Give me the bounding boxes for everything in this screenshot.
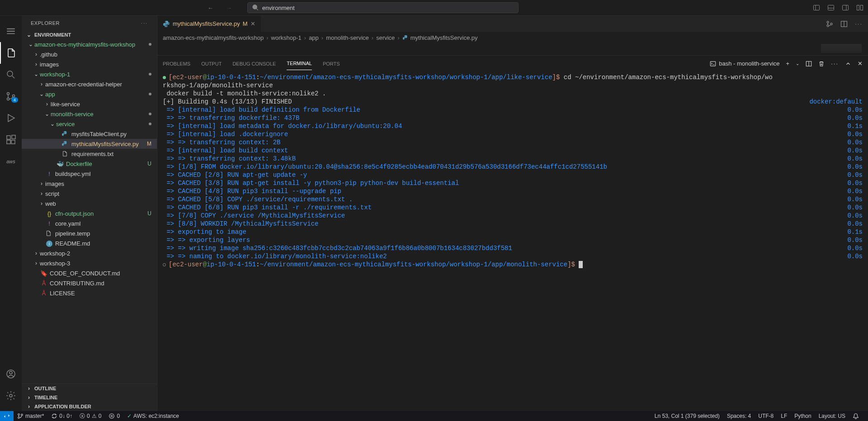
- minimap[interactable]: [821, 44, 862, 53]
- file-tree-folder[interactable]: ⌄app: [22, 89, 157, 99]
- status-indentation[interactable]: Spaces: 4: [723, 413, 755, 419]
- file-tree-file[interactable]: mysfitsTableClient.py: [22, 129, 157, 139]
- activity-accounts[interactable]: [0, 363, 22, 385]
- file-tree-folder[interactable]: ›amazon-ecr-credential-helper: [22, 79, 157, 89]
- section-application-builder[interactable]: ›APPLICATION BUILDER: [22, 402, 157, 411]
- section-timeline[interactable]: ›TIMELINE: [22, 393, 157, 402]
- panel-more-icon[interactable]: ···: [831, 60, 839, 67]
- terminal-content[interactable]: [ec2-user@ip-10-0-4-151:~/environment/am…: [157, 71, 868, 411]
- panel-tab-ports[interactable]: PORTS: [323, 57, 340, 70]
- tree-item-label: like-service: [51, 101, 157, 108]
- file-tree-folder[interactable]: ⌄monolith-service: [22, 109, 157, 119]
- activity-search[interactable]: [0, 64, 22, 85]
- status-eol[interactable]: LF: [777, 413, 791, 419]
- breadcrumb-item[interactable]: monolith-service: [326, 34, 369, 41]
- terminal-selector[interactable]: bash - monolith-service: [710, 60, 779, 67]
- status-branch[interactable]: master*: [14, 413, 47, 419]
- file-tree-file[interactable]: iREADME.md: [22, 238, 157, 248]
- status-layout[interactable]: Layout: US: [815, 413, 849, 419]
- breadcrumbs[interactable]: amazon-ecs-mythicalmysfits-workshop›work…: [157, 32, 868, 44]
- file-tree-file[interactable]: !buildspec.yml: [22, 169, 157, 179]
- status-language[interactable]: Python: [791, 413, 815, 419]
- git-status-badge: M: [147, 141, 151, 147]
- compare-changes-icon[interactable]: [826, 20, 833, 28]
- tab-mythicalmysfitsservice[interactable]: mythicalMysfitsService.py M ✕: [157, 16, 261, 32]
- layout-panel-bottom-icon[interactable]: [827, 4, 835, 11]
- activity-aws[interactable]: aws: [0, 151, 22, 172]
- status-aws[interactable]: ✓ AWS: ec2:instance: [123, 413, 183, 419]
- status-sync[interactable]: 0↓ 0↑: [47, 413, 76, 419]
- terminal-dropdown-icon[interactable]: ⌄: [796, 61, 799, 66]
- file-tree-file[interactable]: 🔖CODE_OF_CONDUCT.md: [22, 268, 157, 278]
- terminal-line: => CACHED [4/8] RUN pip3 install --upgra…: [163, 187, 863, 195]
- file-tree-folder[interactable]: ›web: [22, 199, 157, 208]
- activity-run-debug[interactable]: [0, 107, 22, 129]
- file-tree-file[interactable]: requirements.txt: [22, 149, 157, 159]
- chevron-down-icon: ⌄: [38, 91, 45, 97]
- activity-menu[interactable]: [0, 20, 22, 42]
- nav-back-button[interactable]: ←: [206, 3, 215, 13]
- file-tree-folder[interactable]: ⌄service: [22, 119, 157, 129]
- file-tree-file[interactable]: pipeline.temp: [22, 228, 157, 238]
- breadcrumb-item[interactable]: service: [376, 34, 395, 41]
- split-editor-icon[interactable]: [840, 20, 848, 28]
- terminal-line: => CACHED [5/8] COPY ./service/requireme…: [163, 195, 863, 203]
- nav-forward-button[interactable]: →: [224, 3, 234, 13]
- close-icon[interactable]: ✕: [250, 20, 255, 27]
- new-terminal-icon[interactable]: +: [786, 60, 790, 67]
- status-problems[interactable]: ⓧ0 ⚠0: [76, 412, 105, 420]
- terminal-line: => [1/8] FROM docker.io/library/ubuntu:2…: [163, 163, 863, 171]
- file-tree-file[interactable]: 🐳DockerfileU: [22, 159, 157, 169]
- activity-extensions[interactable]: [0, 129, 22, 151]
- svg-rect-17: [12, 135, 15, 139]
- sidebar-more-icon[interactable]: ···: [141, 20, 148, 26]
- customize-layout-icon[interactable]: [856, 4, 863, 11]
- file-tree-file[interactable]: !core.yaml: [22, 218, 157, 228]
- file-tree-file[interactable]: ÅCONTRIBUTING.md: [22, 278, 157, 288]
- status-cursor-position[interactable]: Ln 53, Col 1 (379 selected): [651, 413, 723, 419]
- activity-source-control[interactable]: 4: [0, 85, 22, 107]
- breadcrumb-item[interactable]: workshop-1: [271, 34, 302, 41]
- file-tree-folder[interactable]: ›workshop-3: [22, 258, 157, 268]
- file-tree-file[interactable]: ÅLICENSE: [22, 288, 157, 298]
- file-tree-folder[interactable]: ⌄amazon-ecs-mythicalmysfits-workshop: [22, 39, 157, 49]
- file-tree-folder[interactable]: ›workshop-2: [22, 248, 157, 258]
- file-tree-file[interactable]: mythicalMysfitsService.pyM: [22, 139, 157, 149]
- file-tree-folder[interactable]: ⌄workshop-1: [22, 69, 157, 79]
- status-notifications-icon[interactable]: [849, 413, 863, 419]
- close-panel-icon[interactable]: ✕: [858, 60, 863, 67]
- more-actions-icon[interactable]: ···: [855, 20, 863, 28]
- kill-terminal-icon[interactable]: [818, 61, 825, 67]
- file-tree-folder[interactable]: ›.github: [22, 49, 157, 59]
- search-input[interactable]: [262, 5, 514, 11]
- file-tree-file[interactable]: {}cfn-output.jsonU: [22, 208, 157, 218]
- tab-modified-badge: M: [243, 20, 248, 27]
- maximize-panel-icon[interactable]: [845, 61, 851, 67]
- activity-settings[interactable]: [0, 385, 22, 407]
- split-terminal-icon[interactable]: [806, 61, 812, 67]
- status-encoding[interactable]: UTF-8: [755, 413, 777, 419]
- breadcrumb-item[interactable]: mythicalMysfitsService.py: [410, 34, 478, 41]
- layout-panel-right-icon[interactable]: [842, 4, 849, 11]
- section-environment[interactable]: ⌄ ENVIRONMENT: [22, 30, 157, 39]
- terminal-line: => exporting to image0.1s: [163, 228, 863, 236]
- file-tree-folder[interactable]: ›script: [22, 189, 157, 199]
- editor-content[interactable]: [157, 44, 868, 55]
- status-ports[interactable]: 0: [105, 413, 123, 419]
- panel-tab-problems[interactable]: PROBLEMS: [163, 57, 190, 70]
- panel-tab-terminal[interactable]: TERMINAL: [287, 57, 312, 70]
- file-tree-folder[interactable]: ›images: [22, 179, 157, 189]
- command-center[interactable]: [247, 2, 519, 13]
- breadcrumb-item[interactable]: app: [309, 34, 319, 41]
- section-outline[interactable]: ›OUTLINE: [22, 384, 157, 393]
- python-file-icon: [163, 20, 170, 28]
- panel-tab-output[interactable]: OUTPUT: [201, 57, 222, 70]
- terminal-line: [ec2-user@ip-10-0-4-151:~/environment/am…: [163, 260, 863, 269]
- remote-indicator[interactable]: [0, 411, 14, 421]
- panel-tab-debug-console[interactable]: DEBUG CONSOLE: [232, 57, 276, 70]
- file-tree-folder[interactable]: ›like-service: [22, 99, 157, 109]
- file-tree-folder[interactable]: ›images: [22, 59, 157, 69]
- breadcrumb-item[interactable]: amazon-ecs-mythicalmysfits-workshop: [163, 34, 264, 41]
- activity-explorer[interactable]: [0, 42, 22, 64]
- layout-panel-left-icon[interactable]: [813, 4, 820, 11]
